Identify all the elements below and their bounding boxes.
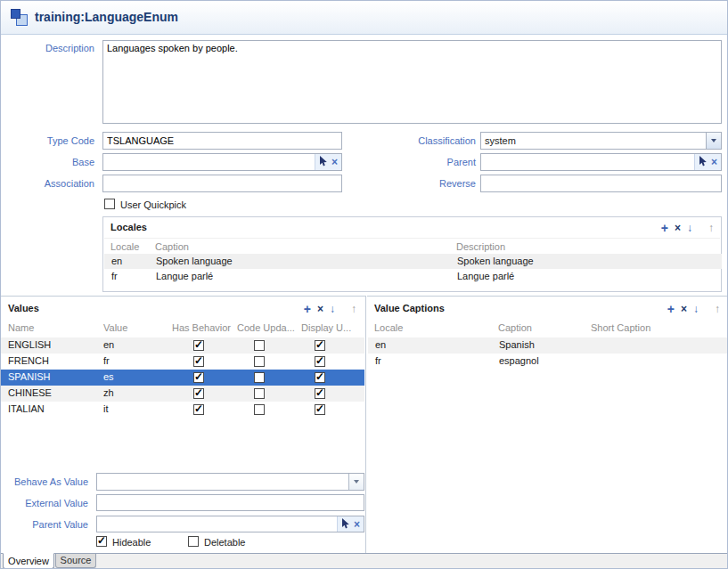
col-value: Value (103, 322, 127, 333)
reverse-input[interactable] (480, 175, 722, 192)
move-up-icon[interactable]: ↑ (715, 304, 720, 314)
move-down-icon[interactable]: ↓ (330, 304, 335, 314)
has-behavior-checkbox[interactable] (193, 340, 204, 351)
clear-icon[interactable]: × (354, 519, 360, 530)
parent-value-field: × (96, 516, 364, 532)
classification-value: system (481, 135, 706, 146)
parent-value-input[interactable] (97, 516, 337, 532)
col-short-caption: Short Caption (591, 322, 650, 333)
move-up-icon[interactable]: ↑ (708, 223, 714, 233)
move-up-icon[interactable]: ↑ (351, 304, 356, 314)
values-panel: Values + × ↓ ↑ Name Value Has Behavior C… (1, 296, 366, 553)
delete-icon[interactable]: × (675, 223, 681, 233)
header: training:LanguageEnum (1, 1, 727, 35)
clear-icon[interactable]: × (711, 157, 717, 167)
has-behavior-checkbox[interactable] (193, 388, 204, 399)
external-value-label: External Value (1, 498, 93, 508)
display-update-checkbox[interactable] (315, 404, 325, 415)
table-row[interactable]: en Spoken language Spoken language (104, 254, 722, 269)
lookup-cursor-icon[interactable] (699, 156, 708, 168)
user-quickpick-label: User Quickpick (120, 199, 186, 210)
base-input[interactable] (103, 154, 315, 170)
page-title: training:LanguageEnum (35, 10, 178, 24)
caption-cell: espagnol (499, 355, 539, 366)
table-row[interactable]: CHINESE zh (1, 386, 364, 402)
editor-tabs: Overview Source (1, 553, 728, 569)
display-update-checkbox[interactable] (315, 356, 325, 367)
locale-cell: en (111, 256, 122, 266)
move-down-icon[interactable]: ↓ (687, 223, 692, 233)
move-down-icon[interactable]: ↓ (693, 304, 699, 314)
type-code-input[interactable] (102, 132, 342, 150)
association-label: Association (1, 178, 99, 189)
enum-editor-window: training:LanguageEnum Description Langua… (0, 0, 728, 569)
col-locale: Locale (110, 241, 139, 252)
user-quickpick-checkbox[interactable] (104, 199, 115, 209)
table-row[interactable]: fr Langue parlé Langue parlé (104, 269, 722, 284)
association-input[interactable] (102, 175, 342, 192)
code-update-checkbox[interactable] (254, 356, 265, 367)
locales-toolbar: + × ↓ ↑ (661, 222, 714, 234)
values-title: Values (8, 303, 39, 313)
dropdown-arrow-icon[interactable] (706, 133, 721, 149)
description-input[interactable]: Languages spoken by people. (102, 40, 722, 124)
tab-source[interactable]: Source (55, 554, 96, 568)
value-captions-title: Value Captions (374, 303, 445, 313)
caption-cell: Spoken language (156, 256, 233, 266)
value-cell: es (103, 371, 114, 382)
locale-cell: fr (375, 355, 381, 366)
description-cell: Spoken language (457, 256, 534, 266)
classification-select[interactable]: system (480, 132, 722, 150)
col-caption: Caption (498, 322, 532, 333)
has-behavior-checkbox[interactable] (193, 356, 204, 367)
has-behavior-checkbox[interactable] (193, 372, 204, 383)
locales-group: Locales + × ↓ ↑ Locale Caption Descripti… (102, 216, 722, 292)
table-row[interactable]: fr espagnol (368, 354, 728, 370)
value-cell: fr (103, 355, 110, 366)
display-update-checkbox[interactable] (315, 340, 325, 351)
col-has-behavior: Has Behavior (172, 322, 231, 333)
table-row[interactable]: FRENCH fr (1, 354, 364, 370)
delete-icon[interactable]: × (317, 304, 323, 314)
values-toolbar: + × ↓ ↑ (304, 303, 356, 315)
add-icon[interactable]: + (661, 222, 668, 234)
add-icon[interactable]: + (304, 303, 311, 315)
parent-value-picker: × (337, 516, 364, 532)
behave-as-value-select[interactable] (96, 473, 364, 491)
caption-cell: Spanish (499, 339, 535, 350)
table-row[interactable]: ENGLISH en (1, 337, 364, 354)
code-update-checkbox[interactable] (254, 388, 265, 399)
name-cell: ITALIAN (8, 403, 45, 414)
add-icon[interactable]: + (667, 303, 675, 315)
parent-input[interactable] (481, 154, 694, 170)
col-locale: Locale (374, 322, 403, 333)
lookup-cursor-icon[interactable] (319, 156, 328, 168)
value-cell: en (103, 339, 114, 350)
display-update-checkbox[interactable] (315, 372, 325, 383)
triangle-glyph (354, 480, 359, 484)
parent-field: × (480, 153, 722, 171)
deletable-label: Deletable (204, 537, 245, 548)
delete-icon[interactable]: × (681, 304, 687, 314)
parent-value-label: Parent Value (1, 519, 93, 530)
code-update-checkbox[interactable] (254, 372, 265, 383)
clear-icon[interactable]: × (331, 157, 338, 167)
triangle-glyph (711, 139, 716, 142)
code-update-checkbox[interactable] (254, 340, 265, 351)
has-behavior-checkbox[interactable] (193, 404, 204, 415)
tab-overview[interactable]: Overview (3, 553, 54, 569)
base-label: Base (1, 157, 99, 167)
table-row[interactable]: en Spanish (368, 337, 728, 354)
deletable-checkbox[interactable] (188, 536, 199, 547)
lookup-cursor-icon[interactable] (341, 518, 350, 531)
external-value-input[interactable] (96, 494, 364, 511)
code-update-checkbox[interactable] (254, 404, 265, 415)
dropdown-arrow-icon[interactable] (348, 474, 364, 490)
col-description: Description (456, 241, 505, 252)
display-update-checkbox[interactable] (315, 388, 325, 399)
table-row[interactable]: SPANISH es (1, 370, 364, 386)
behave-as-value-label: Behave As Value (1, 476, 93, 487)
table-row[interactable]: ITALIAN it (1, 402, 364, 418)
hideable-checkbox[interactable] (96, 536, 107, 547)
col-caption: Caption (155, 241, 189, 252)
